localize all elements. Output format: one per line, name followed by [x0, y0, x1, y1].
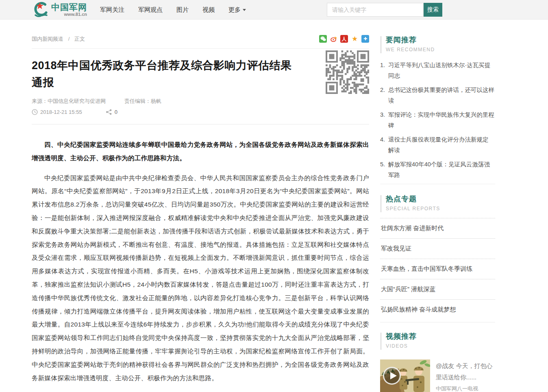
recommend-subtitle: WE RECOMMEND — [386, 47, 495, 52]
article-body: 四、中央纪委国家监委网站连续多年蝉联中国最给力党务政务网站，为全国各级党务政务网… — [32, 124, 369, 385]
recommend-item[interactable]: 2.总书记这份极其重要的讲话，还可以这样读 — [380, 85, 495, 106]
special-item[interactable]: 天寒血热，直击中国军队冬季训练 — [380, 259, 495, 279]
section-videos: 视频推荐 VIDEOS — [380, 331, 495, 392]
nav-item-more[interactable]: 更多 — [228, 6, 246, 14]
article-datetime: 2018-12-21 15:55 — [40, 109, 82, 115]
renren-share-icon[interactable]: 人 — [340, 35, 348, 43]
special-header: 热点专题 SPECIAL REPORTS — [380, 194, 495, 211]
article-meta: 来源：中国信息化研究与促进网 责任编辑：杨帆 — [32, 98, 369, 105]
nav-item-focus[interactable]: 军网关注 — [100, 6, 124, 14]
logo-title: 中国军网 — [51, 2, 87, 12]
logo-subtitle: www.81.cn — [51, 12, 87, 17]
wechat-share-icon[interactable] — [319, 35, 327, 43]
breadcrumb-channel[interactable]: 国内新闻频道 — [32, 36, 63, 42]
video-item[interactable]: @战友 今天，打包心里话送给你...... 中国军网八一电视 — [380, 359, 495, 392]
recommend-item[interactable]: 3.军报评论：实现中华民族伟大复兴的里程碑 — [380, 109, 495, 131]
breadcrumb: 国内新闻频道 / 正文 — [32, 35, 85, 43]
search-bar: 搜索 — [327, 3, 442, 17]
section-recommend: 要闻推荐 WE RECOMMEND 1.习近平等到八宝山送别铁木尔·达瓦买提同志… — [380, 35, 495, 184]
main-nav: 军网关注 军网观点 图片 视频 更多 — [100, 6, 260, 14]
special-item[interactable]: 壮阔东方潮 奋进新时代 — [380, 218, 495, 239]
weibo-share-icon[interactable] — [330, 35, 337, 43]
share-count[interactable]: 0 — [106, 109, 117, 115]
nav-item-videos[interactable]: 视频 — [202, 6, 215, 14]
article-paragraph: 中央纪委国家监委网站是由中共中央纪律检查委员会、中华人民共和国国家监察委员会主办… — [32, 172, 369, 385]
breadcrumb-current: 正文 — [74, 36, 85, 42]
qzone-share-icon[interactable]: ★ — [351, 35, 359, 43]
search-input[interactable] — [327, 3, 424, 17]
special-title: 热点专题 — [386, 194, 495, 204]
special-list: 壮阔东方潮 奋进新时代 军改我见证 天寒血热，直击中国军队冬季训练 大国“兵匠”… — [380, 218, 495, 320]
site-logo[interactable]: 中国军网 www.81.cn — [32, 2, 87, 18]
breadcrumb-separator: / — [68, 36, 70, 42]
share-bar: 人 ★ ✚ — [316, 35, 369, 43]
video-title[interactable]: @战友 今天，打包心里话送给你...... — [436, 360, 495, 383]
nav-item-photos[interactable]: 图片 — [176, 6, 189, 14]
section-divider — [380, 322, 495, 322]
recommend-header: 要闻推荐 WE RECOMMEND — [380, 35, 495, 52]
site-header: 中国军网 www.81.cn 军网关注 军网观点 图片 视频 更多 搜索 — [0, 0, 548, 20]
logo-swirl-icon — [32, 2, 50, 18]
article-source: 来源：中国信息化研究与促进网 — [32, 98, 106, 104]
qr-code — [326, 50, 369, 94]
videos-header: 视频推荐 VIDEOS — [380, 331, 495, 349]
search-button[interactable]: 搜索 — [424, 3, 442, 17]
recommend-list: 1.习近平等到八宝山送别铁木尔·达瓦买提同志 2.总书记这份极其重要的讲话，还可… — [380, 60, 495, 180]
article-column: 国内新闻频道 / 正文 人 ★ ✚ 2018年中国优秀政务平 — [32, 35, 369, 392]
special-item[interactable]: 大国“兵匠” 潜航深蓝 — [380, 279, 495, 300]
videos-subtitle: VIDEOS — [386, 343, 495, 349]
chevron-down-icon — [243, 9, 246, 11]
special-subtitle: SPECIAL REPORTS — [386, 206, 495, 211]
section-special-reports: 热点专题 SPECIAL REPORTS 壮阔东方潮 奋进新时代 军改我见证 天… — [380, 194, 495, 322]
share-count-value: 0 — [115, 109, 117, 115]
special-item[interactable]: 弘扬民族精神 奋斗成就梦想 — [380, 300, 495, 320]
recommend-title: 要闻推荐 — [386, 35, 495, 45]
video-source: 中国军网八一电视 — [436, 385, 495, 392]
video-thumbnail[interactable] — [380, 359, 430, 392]
article-title: 2018年中国优秀政务平台推荐及综合影响力评估结果通报 — [32, 57, 369, 91]
share-nodes-icon — [106, 109, 112, 115]
recommend-item[interactable]: 5.解放军报40年40个版：见证风云激荡强军路 — [380, 159, 495, 180]
article-meta2: 2018-12-21 15:55 0 — [32, 109, 369, 115]
article-editor: 责任编辑：杨帆 — [124, 98, 161, 104]
recommend-item[interactable]: 4.退役士兵服役表现量化评分办法新规定 解读 — [380, 134, 495, 155]
nav-item-opinion[interactable]: 军网观点 — [138, 6, 163, 14]
page: 中国军网 www.81.cn 军网关注 军网观点 图片 视频 更多 搜索 国内新… — [0, 0, 548, 392]
article-header: 2018年中国优秀政务平台推荐及综合影响力评估结果通报 来源：中国信息化研究与促… — [32, 49, 369, 115]
sidebar: 要闻推荐 WE RECOMMEND 1.习近平等到八宝山送别铁木尔·达瓦买提同志… — [380, 35, 495, 392]
section-divider — [380, 184, 495, 184]
recommend-item[interactable]: 1.习近平等到八宝山送别铁木尔·达瓦买提同志 — [380, 60, 495, 81]
more-share-icon[interactable]: ✚ — [361, 35, 369, 43]
play-icon[interactable] — [383, 367, 401, 385]
videos-title: 视频推荐 — [386, 331, 495, 341]
special-item[interactable]: 军改我见证 — [380, 239, 495, 259]
clock-icon — [32, 109, 38, 115]
article-paragraph: 四、中央纪委国家监委网站连续多年蝉联中国最给力党务政务网站，为全国各级党务政务网… — [32, 138, 369, 165]
